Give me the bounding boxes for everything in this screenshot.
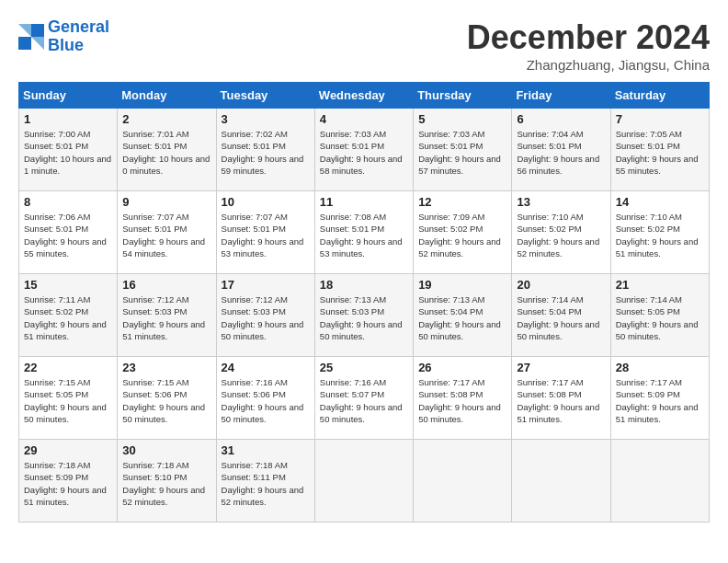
col-saturday: Saturday: [610, 83, 709, 109]
table-cell: 22 Sunrise: 7:15 AM Sunset: 5:05 PM Dayl…: [19, 357, 118, 440]
logo-line2: Blue: [48, 36, 84, 54]
day-info: Sunrise: 7:18 AM Sunset: 5:11 PM Dayligh…: [222, 459, 310, 508]
calendar-table: Sunday Monday Tuesday Wednesday Thursday…: [18, 82, 710, 523]
table-cell: 26 Sunrise: 7:17 AM Sunset: 5:08 PM Dayl…: [414, 357, 512, 440]
month-title: December 2024: [467, 18, 710, 57]
logo-text: General Blue: [48, 18, 109, 55]
location: Zhangzhuang, Jiangsu, China: [467, 57, 710, 73]
table-cell: 7 Sunrise: 7:05 AM Sunset: 5:01 PM Dayli…: [610, 109, 709, 191]
day-number: 30: [122, 443, 210, 457]
day-number: 5: [418, 112, 506, 126]
day-info: Sunrise: 7:13 AM Sunset: 5:04 PM Dayligh…: [418, 293, 506, 342]
page-header: General Blue December 2024 Zhangzhuang, …: [18, 18, 710, 73]
table-cell: 23 Sunrise: 7:15 AM Sunset: 5:06 PM Dayl…: [118, 357, 216, 440]
day-number: 31: [222, 443, 310, 457]
day-number: 7: [616, 112, 704, 126]
day-info: Sunrise: 7:14 AM Sunset: 5:04 PM Dayligh…: [517, 293, 605, 342]
table-cell: [414, 440, 512, 523]
table-cell: 3 Sunrise: 7:02 AM Sunset: 5:01 PM Dayli…: [216, 109, 314, 191]
table-cell: 21 Sunrise: 7:14 AM Sunset: 5:05 PM Dayl…: [610, 274, 709, 357]
table-cell: 20 Sunrise: 7:14 AM Sunset: 5:04 PM Dayl…: [512, 274, 610, 357]
table-cell: 11 Sunrise: 7:08 AM Sunset: 5:01 PM Dayl…: [314, 191, 413, 274]
day-number: 27: [517, 361, 605, 374]
day-number: 22: [24, 361, 112, 374]
calendar-header-row: Sunday Monday Tuesday Wednesday Thursday…: [19, 83, 710, 109]
day-info: Sunrise: 7:16 AM Sunset: 5:07 PM Dayligh…: [320, 376, 408, 425]
day-info: Sunrise: 7:00 AM Sunset: 5:01 PM Dayligh…: [24, 128, 112, 177]
svg-rect-0: [18, 37, 31, 50]
calendar-week-row: 1 Sunrise: 7:00 AM Sunset: 5:01 PM Dayli…: [19, 109, 710, 191]
table-cell: 19 Sunrise: 7:13 AM Sunset: 5:04 PM Dayl…: [414, 274, 512, 357]
table-cell: 27 Sunrise: 7:17 AM Sunset: 5:08 PM Dayl…: [512, 357, 610, 440]
day-number: 8: [24, 195, 112, 209]
day-number: 12: [418, 195, 506, 209]
table-cell: 14 Sunrise: 7:10 AM Sunset: 5:02 PM Dayl…: [610, 191, 709, 274]
col-tuesday: Tuesday: [216, 83, 314, 109]
day-info: Sunrise: 7:05 AM Sunset: 5:01 PM Dayligh…: [616, 128, 704, 177]
table-cell: [610, 440, 709, 523]
day-number: 17: [222, 278, 310, 292]
table-cell: 6 Sunrise: 7:04 AM Sunset: 5:01 PM Dayli…: [512, 109, 610, 191]
calendar-week-row: 8 Sunrise: 7:06 AM Sunset: 5:01 PM Dayli…: [19, 191, 710, 274]
table-cell: 30 Sunrise: 7:18 AM Sunset: 5:10 PM Dayl…: [118, 440, 216, 523]
svg-rect-1: [31, 24, 44, 37]
svg-marker-2: [31, 37, 44, 50]
table-cell: 31 Sunrise: 7:18 AM Sunset: 5:11 PM Dayl…: [216, 440, 314, 523]
day-number: 1: [24, 112, 112, 126]
title-block: December 2024 Zhangzhuang, Jiangsu, Chin…: [467, 18, 710, 73]
col-monday: Monday: [118, 83, 216, 109]
day-number: 19: [418, 278, 506, 292]
day-info: Sunrise: 7:12 AM Sunset: 5:03 PM Dayligh…: [122, 293, 210, 342]
day-info: Sunrise: 7:03 AM Sunset: 5:01 PM Dayligh…: [320, 128, 408, 177]
day-number: 14: [616, 195, 704, 209]
day-number: 24: [222, 361, 310, 374]
day-number: 20: [517, 278, 605, 292]
table-cell: 17 Sunrise: 7:12 AM Sunset: 5:03 PM Dayl…: [216, 274, 314, 357]
col-sunday: Sunday: [19, 83, 118, 109]
table-cell: 12 Sunrise: 7:09 AM Sunset: 5:02 PM Dayl…: [414, 191, 512, 274]
table-cell: 18 Sunrise: 7:13 AM Sunset: 5:03 PM Dayl…: [314, 274, 413, 357]
col-friday: Friday: [512, 83, 610, 109]
day-info: Sunrise: 7:06 AM Sunset: 5:01 PM Dayligh…: [24, 211, 112, 259]
table-cell: 13 Sunrise: 7:10 AM Sunset: 5:02 PM Dayl…: [512, 191, 610, 274]
day-number: 3: [222, 112, 310, 126]
day-info: Sunrise: 7:11 AM Sunset: 5:02 PM Dayligh…: [24, 293, 112, 342]
day-number: 10: [222, 195, 310, 209]
day-number: 2: [122, 112, 210, 126]
day-info: Sunrise: 7:10 AM Sunset: 5:02 PM Dayligh…: [616, 211, 704, 259]
logo-icon: [18, 24, 44, 50]
svg-marker-3: [18, 24, 31, 37]
day-info: Sunrise: 7:18 AM Sunset: 5:10 PM Dayligh…: [122, 459, 210, 508]
day-info: Sunrise: 7:17 AM Sunset: 5:08 PM Dayligh…: [517, 376, 605, 425]
day-info: Sunrise: 7:03 AM Sunset: 5:01 PM Dayligh…: [418, 128, 506, 177]
day-number: 9: [122, 195, 210, 209]
table-cell: 2 Sunrise: 7:01 AM Sunset: 5:01 PM Dayli…: [118, 109, 216, 191]
day-number: 4: [320, 112, 408, 126]
calendar-week-row: 29 Sunrise: 7:18 AM Sunset: 5:09 PM Dayl…: [19, 440, 710, 523]
day-info: Sunrise: 7:09 AM Sunset: 5:02 PM Dayligh…: [418, 211, 506, 259]
table-cell: 4 Sunrise: 7:03 AM Sunset: 5:01 PM Dayli…: [314, 109, 413, 191]
table-cell: 8 Sunrise: 7:06 AM Sunset: 5:01 PM Dayli…: [19, 191, 118, 274]
day-number: 28: [616, 361, 704, 374]
day-info: Sunrise: 7:07 AM Sunset: 5:01 PM Dayligh…: [222, 211, 310, 259]
calendar-week-row: 22 Sunrise: 7:15 AM Sunset: 5:05 PM Dayl…: [19, 357, 710, 440]
day-info: Sunrise: 7:01 AM Sunset: 5:01 PM Dayligh…: [122, 128, 210, 177]
day-number: 21: [616, 278, 704, 292]
day-number: 29: [24, 443, 112, 457]
day-number: 26: [418, 361, 506, 374]
table-cell: 28 Sunrise: 7:17 AM Sunset: 5:09 PM Dayl…: [610, 357, 709, 440]
table-cell: 29 Sunrise: 7:18 AM Sunset: 5:09 PM Dayl…: [19, 440, 118, 523]
table-cell: 15 Sunrise: 7:11 AM Sunset: 5:02 PM Dayl…: [19, 274, 118, 357]
logo-line1: General: [48, 17, 109, 36]
day-number: 23: [122, 361, 210, 374]
day-info: Sunrise: 7:13 AM Sunset: 5:03 PM Dayligh…: [320, 293, 408, 342]
col-wednesday: Wednesday: [314, 83, 413, 109]
day-number: 25: [320, 361, 408, 374]
day-info: Sunrise: 7:08 AM Sunset: 5:01 PM Dayligh…: [320, 211, 408, 259]
day-info: Sunrise: 7:14 AM Sunset: 5:05 PM Dayligh…: [616, 293, 704, 342]
day-info: Sunrise: 7:15 AM Sunset: 5:06 PM Dayligh…: [122, 376, 210, 425]
table-cell: 10 Sunrise: 7:07 AM Sunset: 5:01 PM Dayl…: [216, 191, 314, 274]
table-cell: 25 Sunrise: 7:16 AM Sunset: 5:07 PM Dayl…: [314, 357, 413, 440]
day-info: Sunrise: 7:02 AM Sunset: 5:01 PM Dayligh…: [222, 128, 310, 177]
day-info: Sunrise: 7:17 AM Sunset: 5:08 PM Dayligh…: [418, 376, 506, 425]
